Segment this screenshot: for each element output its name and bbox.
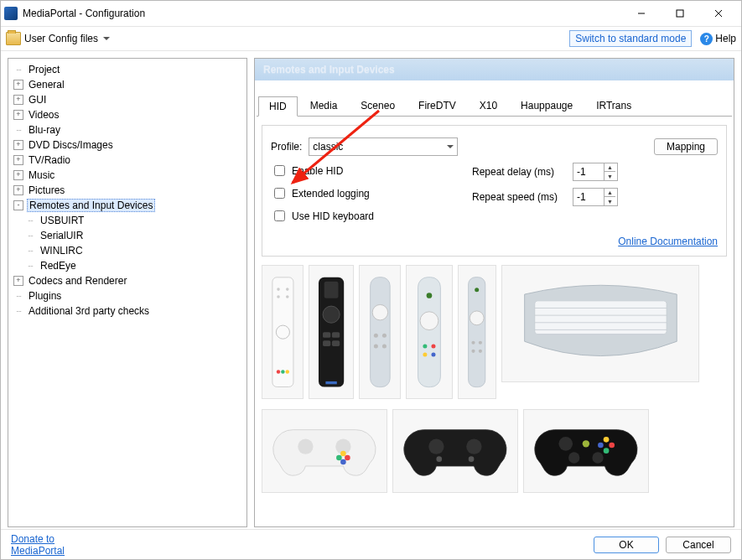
tree-item-usbuirt[interactable]: ····USBUIRT: [25, 213, 245, 228]
tree-item-videos[interactable]: +Videos: [13, 107, 245, 122]
expand-icon[interactable]: +: [13, 185, 23, 195]
tree-item-remotes-and-input-devices[interactable]: -Remotes and Input Devices: [13, 198, 245, 213]
expand-icon[interactable]: +: [13, 110, 23, 120]
tree-item-dvd-discs-images[interactable]: +DVD Discs/Images: [13, 137, 245, 153]
help-button[interactable]: ? Help: [700, 33, 736, 45]
tree-item-general[interactable]: +General: [13, 77, 245, 92]
tree-item-music[interactable]: +Music: [13, 168, 245, 183]
app-icon: [4, 7, 18, 20]
profile-select[interactable]: classic: [309, 137, 458, 156]
tree-item-serialuir[interactable]: ····SerialUIR: [25, 228, 245, 243]
user-config-dropdown-caret[interactable]: [103, 37, 110, 40]
tree-item-label: Videos: [27, 109, 60, 121]
svg-point-60: [604, 449, 610, 454]
cancel-button[interactable]: Cancel: [666, 537, 731, 553]
titlebar: MediaPortal - Configuration: [1, 1, 741, 26]
svg-point-12: [285, 370, 288, 373]
svg-rect-21: [370, 277, 390, 387]
tree-item-redeye[interactable]: ····RedEye: [25, 258, 245, 273]
tree-leaf-icon: ····: [25, 262, 35, 270]
tree-item-label: Remotes and Input Devices: [27, 199, 155, 212]
switch-mode-link[interactable]: Switch to standard mode: [569, 30, 692, 47]
tab-x10[interactable]: X10: [469, 96, 508, 116]
repeat-speed-spinner[interactable]: ▲▼: [573, 188, 618, 206]
svg-point-59: [598, 443, 604, 449]
tab-hid[interactable]: HID: [258, 96, 298, 117]
collapse-icon[interactable]: -: [13, 200, 23, 210]
tab-irtrans[interactable]: IRTrans: [585, 96, 642, 116]
svg-point-36: [470, 311, 485, 325]
svg-point-57: [604, 437, 610, 443]
expand-icon[interactable]: +: [13, 80, 23, 90]
tree-item-label: Blu-ray: [27, 124, 62, 136]
svg-point-30: [423, 344, 427, 348]
tree-item-label: DVD Discs/Images: [27, 139, 115, 151]
toolbar: User Config files Switch to standard mod…: [1, 26, 741, 51]
svg-point-15: [323, 306, 340, 323]
up-arrow-icon[interactable]: ▲: [604, 189, 615, 197]
tab-firedtv[interactable]: FireDTV: [407, 96, 467, 116]
tree-leaf-icon: ····: [13, 292, 23, 300]
expand-icon[interactable]: +: [13, 170, 23, 180]
svg-point-23: [373, 334, 377, 338]
minimize-button[interactable]: [622, 1, 661, 26]
remote-silver-image: [359, 265, 401, 399]
svg-point-50: [340, 451, 346, 457]
repeat-delay-label: Repeat delay (ms): [472, 166, 566, 178]
gamepad-black1-image: [392, 409, 518, 493]
gamepad-white-image: [262, 409, 387, 493]
expand-icon[interactable]: +: [13, 140, 23, 150]
repeat-delay-input[interactable]: [573, 165, 604, 179]
gamepad-black2-image: [523, 409, 649, 493]
repeat-speed-input[interactable]: [573, 190, 604, 204]
svg-point-38: [479, 340, 482, 344]
tree-leaf-icon: ····: [25, 216, 35, 225]
use-hid-keyboard-checkbox[interactable]: Use HID keyboard: [271, 208, 374, 224]
svg-point-22: [372, 304, 387, 319]
online-documentation-link[interactable]: Online Documentation: [618, 236, 718, 247]
repeat-delay-spinner[interactable]: ▲▼: [573, 163, 618, 181]
maximize-button[interactable]: [661, 1, 699, 26]
tab-media[interactable]: Media: [299, 96, 349, 116]
navigation-tree[interactable]: ····Project+General+GUI+Videos····Blu-ra…: [8, 58, 247, 527]
tree-item-pictures[interactable]: +Pictures: [13, 183, 245, 198]
profile-label: Profile:: [271, 141, 302, 153]
tree-item-label: WINLIRC: [39, 245, 85, 257]
tree-item-plugins[interactable]: ····Plugins: [13, 288, 245, 303]
down-arrow-icon[interactable]: ▼: [604, 197, 615, 205]
keyboard-ergonomic-image: [501, 265, 699, 382]
enable-hid-checkbox[interactable]: Enable HID: [271, 163, 343, 179]
tab-hauppauge[interactable]: Hauppauge: [510, 96, 584, 116]
donate-link[interactable]: Donate to MediaPortal: [11, 533, 65, 557]
down-arrow-icon[interactable]: ▼: [604, 172, 615, 180]
svg-point-63: [583, 440, 589, 447]
tree-item-gui[interactable]: +GUI: [13, 92, 245, 107]
tree-item-tv-radio[interactable]: +TV/Radio: [13, 153, 245, 168]
extended-logging-checkbox[interactable]: Extended logging: [271, 185, 370, 201]
ok-button[interactable]: OK: [594, 537, 659, 553]
tab-sceneo[interactable]: Sceneo: [350, 96, 406, 116]
mapping-button[interactable]: Mapping: [654, 138, 718, 155]
svg-point-39: [472, 350, 475, 353]
svg-point-6: [277, 288, 280, 291]
up-arrow-icon[interactable]: ▲: [604, 163, 615, 172]
close-button[interactable]: [699, 1, 738, 26]
expand-icon[interactable]: +: [13, 276, 23, 286]
tree-item-blu-ray[interactable]: ····Blu-ray: [13, 122, 245, 137]
expand-icon[interactable]: +: [13, 95, 23, 105]
folder-icon: [6, 32, 21, 45]
svg-point-52: [428, 439, 444, 454]
svg-point-25: [373, 344, 377, 348]
svg-point-29: [420, 312, 438, 330]
svg-point-48: [336, 455, 342, 461]
tree-item-winlirc[interactable]: ····WINLIRC: [25, 243, 245, 258]
user-config-files-label[interactable]: User Config files: [24, 33, 98, 44]
tree-item-label: Music: [27, 169, 56, 181]
tree-item-project[interactable]: ····Project: [13, 62, 245, 77]
svg-rect-1: [677, 10, 683, 17]
tree-item-codecs-and-renderer[interactable]: +Codecs and Renderer: [13, 273, 245, 288]
tree-item-additional-3rd-party-checks[interactable]: ····Additional 3rd party checks: [13, 303, 245, 319]
expand-icon[interactable]: +: [13, 155, 23, 165]
svg-point-55: [469, 457, 475, 463]
tree-item-label: GUI: [27, 94, 48, 106]
